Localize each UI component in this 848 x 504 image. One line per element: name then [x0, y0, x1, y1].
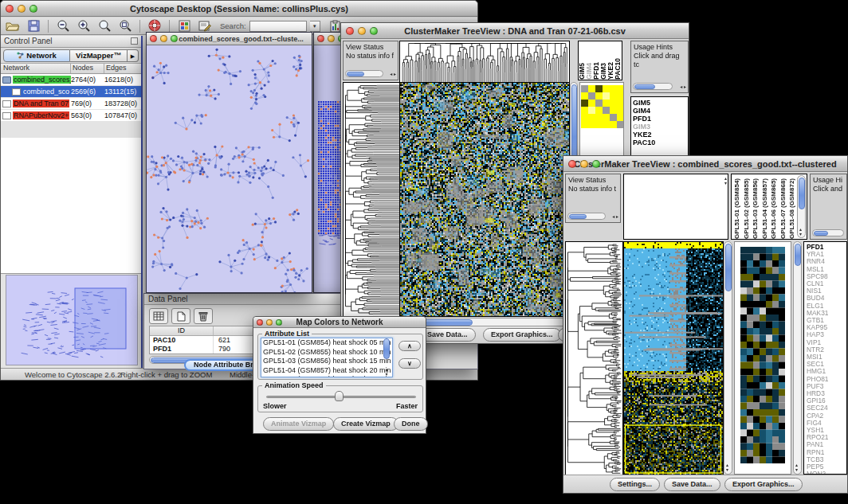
tv2-column-label[interactable]: GPL51-03 (GSM856): [752, 178, 759, 239]
zoom-window-icon[interactable]: [276, 319, 282, 326]
tv1-view-status-panel: View Status No status info f ◂ ▸: [343, 41, 398, 80]
close-icon[interactable]: [568, 160, 576, 168]
tv1-row-dendrogram[interactable]: [343, 82, 400, 317]
attribute-list-item[interactable]: GPL51-06 (GSM865) heat shock 40 min: [261, 375, 392, 377]
create-vizmap-button[interactable]: Create Vizmap: [333, 417, 398, 431]
save-data-button[interactable]: Save Data...: [664, 478, 720, 491]
zoom-fit-icon[interactable]: [116, 19, 134, 33]
tab-overflow-arrow[interactable]: ▶: [128, 49, 139, 62]
zoom-window-icon[interactable]: [370, 27, 378, 35]
tv2-row-dendrogram[interactable]: [565, 241, 623, 476]
minimize-icon[interactable]: [580, 160, 588, 168]
tv1-row-label[interactable]: PFD1: [633, 115, 688, 123]
tv2-column-label[interactable]: GPL51-07 (GSM868): [779, 178, 787, 239]
main-titlebar[interactable]: Cytoscape Desktop (Session Name: collins…: [1, 1, 477, 17]
network-name: combined_scores_: [13, 76, 71, 84]
network-name: DNA and Tran 07: [13, 100, 69, 107]
annotation-icon[interactable]: [196, 19, 214, 33]
export-graphics-button[interactable]: Export Graphics...: [724, 478, 803, 491]
tv1-column-label[interactable]: PAC10: [614, 58, 622, 80]
tv1-heatmap[interactable]: [399, 82, 570, 317]
minimize-icon[interactable]: [18, 5, 26, 13]
tv2-column-tree-area[interactable]: ▴▾: [623, 174, 728, 240]
save-data-button[interactable]: Save Data...: [419, 328, 476, 342]
tv1-row-label[interactable]: PAC10: [633, 139, 688, 147]
zoom-window-icon[interactable]: [592, 160, 600, 168]
zoom-out-icon[interactable]: [54, 19, 72, 33]
vizmapper-icon[interactable]: [175, 19, 193, 33]
tv1-row-label[interactable]: GIM5: [633, 99, 688, 107]
tv2-status-scrollbar[interactable]: [567, 213, 606, 220]
tv1-column-dendrogram[interactable]: [399, 41, 570, 84]
network-row[interactable]: combined_scores_2764(0)16218(0): [1, 74, 141, 86]
attribute-listbox[interactable]: GPL51-01 (GSM854) heat shock 05 minGPL51…: [261, 338, 393, 377]
float-panel-icon[interactable]: [131, 37, 138, 45]
attribute-list-scrollbar[interactable]: ▴▾: [383, 338, 391, 377]
network-row[interactable]: RNAPuberNov2+563(0)107847(0): [1, 110, 141, 122]
animate-vizmap-button[interactable]: Animate Vizmap: [263, 417, 334, 431]
tv2-collabel-scrollbar[interactable]: ▴▾: [797, 175, 806, 238]
open-file-icon[interactable]: [4, 19, 22, 33]
tv1-row-label[interactable]: GIM3: [633, 123, 688, 131]
zoom-selected-icon[interactable]: [96, 19, 113, 33]
tv2-usage-scrollbar[interactable]: [812, 229, 844, 236]
tv2-zoom-heatmap[interactable]: [740, 247, 785, 463]
search-dropdown-icon[interactable]: ▼: [310, 21, 320, 32]
close-icon[interactable]: [317, 35, 324, 42]
network-view-frame-1: combined_scores_good.txt--cluste...: [146, 32, 312, 293]
tv2-zoom-scrollbar[interactable]: ▴▾: [793, 241, 802, 475]
tv2-column-label[interactable]: GPL51-06 (GSM865): [770, 178, 777, 239]
save-icon[interactable]: [25, 19, 42, 33]
control-panel: Control Panel Network VizMapper™ ▶ Netwo…: [1, 36, 143, 368]
search-input[interactable]: [249, 21, 307, 32]
settings-button[interactable]: Settings...: [610, 478, 660, 491]
minimize-icon[interactable]: [358, 27, 366, 35]
zoom-window-icon[interactable]: [29, 5, 37, 13]
done-button[interactable]: Done: [394, 417, 428, 431]
close-icon[interactable]: [150, 35, 157, 42]
similarity-cell: [581, 107, 588, 114]
move-up-button[interactable]: ∧: [398, 341, 421, 351]
tab-vizmapper[interactable]: VizMapper™: [70, 49, 128, 62]
help-ring-icon[interactable]: [146, 19, 163, 33]
tv1-row-label[interactable]: GIM4: [633, 107, 688, 115]
attribute-list-item[interactable]: GPL51-04 (GSM857) heat shock 20 min: [261, 366, 392, 376]
tv2-column-label[interactable]: GPL51-02 (GSM855): [743, 178, 750, 239]
tv1-usage-scrollbar[interactable]: [633, 83, 673, 90]
tv2-vscrollbar[interactable]: ▴▾: [724, 241, 732, 475]
tv2-heatmap[interactable]: [623, 241, 724, 476]
table-icon[interactable]: [149, 308, 168, 324]
move-down-button[interactable]: ∨: [398, 358, 421, 369]
attribute-list-item[interactable]: GPL51-02 (GSM855) heat shock 10 min: [261, 348, 392, 357]
network-row[interactable]: combined_sco2569(6)13112(15): [1, 86, 141, 98]
similarity-cell: [603, 114, 610, 121]
zoom-window-icon[interactable]: [171, 35, 178, 42]
export-graphics-button[interactable]: Export Graphics...: [483, 328, 561, 342]
close-icon[interactable]: [346, 27, 354, 35]
close-icon[interactable]: [257, 319, 263, 326]
zoom-in-icon[interactable]: [75, 19, 92, 33]
network-row[interactable]: DNA and Tran 07769(0)183728(0): [1, 98, 141, 110]
similarity-cell: [588, 100, 595, 107]
tv2-column-label[interactable]: GPL51-08 (GSM872): [788, 178, 795, 239]
minimize-icon[interactable]: [328, 35, 335, 42]
tv2-column-label[interactable]: GPL51-04 (GSM857): [761, 178, 768, 239]
minimize-icon[interactable]: [266, 319, 273, 326]
tv2-view-status-panel: View Status No status info t ◂ ▸: [565, 174, 621, 223]
tab-network[interactable]: Network: [3, 49, 70, 62]
close-icon[interactable]: [6, 5, 14, 13]
trash-icon[interactable]: [194, 308, 213, 324]
network-canvas[interactable]: [147, 45, 312, 292]
edges-count: 107847(0): [104, 111, 141, 119]
new-page-icon[interactable]: [171, 308, 190, 324]
similarity-cell: [588, 121, 595, 128]
minimize-icon[interactable]: [160, 35, 167, 42]
tv1-status-scrollbar[interactable]: [345, 70, 383, 77]
attribute-list-item[interactable]: GPL51-01 (GSM854) heat shock 05 min: [261, 338, 392, 348]
tv2-column-label[interactable]: GPL51-01 (GSM854): [733, 178, 740, 239]
edges-count: 183728(0): [104, 100, 141, 107]
speed-slider-thumb[interactable]: [335, 391, 344, 401]
attribute-list-item[interactable]: GPL51-03 (GSM856) heat shock 15 min: [261, 357, 392, 366]
tv1-row-label[interactable]: YKE2: [633, 131, 688, 139]
birdseye-view[interactable]: [6, 275, 138, 365]
